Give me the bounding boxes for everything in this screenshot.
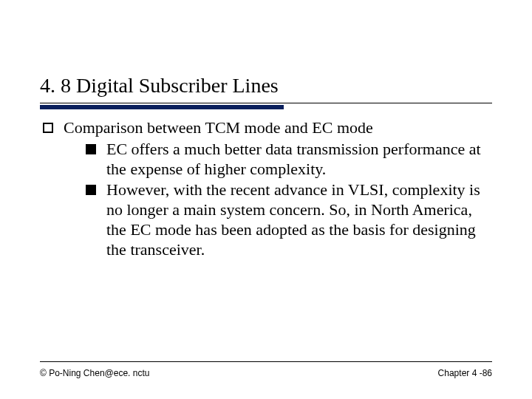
level1-text: Comparison between TCM mode and EC mode … [64,118,489,260]
title-area: 4. 8 Digital Subscriber Lines [40,74,492,108]
slide: 4. 8 Digital Subscriber Lines Comparison… [0,0,532,399]
footer-right: Chapter 4 -86 [438,368,492,378]
level1-label: Comparison between TCM mode and EC mode [64,118,373,137]
level2-text: However, with the recent advance in VLSI… [106,180,489,259]
body-content: Comparison between TCM mode and EC mode … [43,118,489,262]
footer-left: © Po-Ning Chen@ece. nctu [40,368,149,378]
thin-rule [40,103,492,103]
hollow-square-icon [43,123,53,133]
title-underline [40,100,492,108]
footer-rule [40,361,492,362]
filled-square-icon [86,144,96,154]
list-item: However, with the recent advance in VLSI… [86,180,489,259]
filled-square-icon [86,185,96,195]
list-item: Comparison between TCM mode and EC mode … [43,118,489,260]
slide-title: 4. 8 Digital Subscriber Lines [40,74,492,98]
level2-text: EC offers a much better data transmissio… [106,140,489,180]
list-item: EC offers a much better data transmissio… [86,140,489,180]
footer: © Po-Ning Chen@ece. nctu Chapter 4 -86 [40,361,492,378]
thick-rule [40,105,284,109]
footer-row: © Po-Ning Chen@ece. nctu Chapter 4 -86 [40,368,492,378]
